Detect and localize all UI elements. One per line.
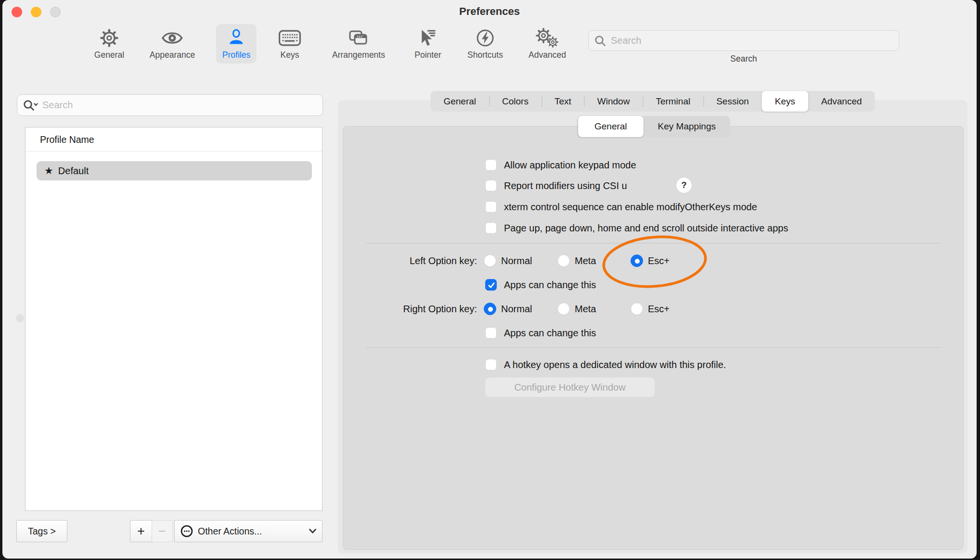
windows-icon	[348, 26, 369, 50]
profile-name: Default	[58, 165, 89, 177]
toolbar-item-shortcuts[interactable]: Shortcuts	[461, 24, 509, 64]
subtab-key-mappings[interactable]: Key Mappings	[644, 116, 730, 137]
radio-right-normal[interactable]	[484, 303, 496, 315]
checkbox-report-csi-u[interactable]	[485, 180, 497, 191]
remove-profile-button[interactable]: −	[152, 520, 173, 542]
radio-label: Normal	[501, 303, 532, 315]
radio-left-esc[interactable]	[631, 255, 643, 267]
other-actions-dropdown[interactable]: Other Actions...	[174, 520, 322, 542]
tab-text[interactable]: Text	[542, 91, 584, 112]
add-profile-button[interactable]: +	[130, 520, 152, 542]
checkbox-label: Allow application keypad mode	[504, 159, 636, 171]
radio-left-meta[interactable]	[557, 255, 570, 267]
lightning-icon	[476, 26, 495, 50]
toolbar-search-caption: Search	[588, 54, 899, 64]
radio-right-meta[interactable]	[557, 303, 570, 315]
profile-list-panel: Profile Name ★ Default	[25, 127, 322, 511]
checkbox-label: Apps can change this	[504, 327, 596, 339]
chevron-down-icon	[309, 529, 316, 534]
keys-general-pane	[343, 126, 964, 550]
toolbar-item-keys[interactable]: Keys	[272, 24, 308, 64]
profile-row-default[interactable]: ★ Default	[37, 161, 312, 180]
profile-search-input[interactable]	[42, 100, 317, 111]
subtab-general[interactable]: General	[578, 116, 644, 137]
toolbar-label: General	[94, 50, 124, 60]
toolbar-label: Appearance	[150, 50, 195, 60]
splitter-handle[interactable]	[16, 314, 24, 322]
checkbox-left-apps-can-change[interactable]	[485, 279, 497, 291]
check-icon	[487, 281, 496, 290]
toolbar-label: Shortcuts	[467, 50, 503, 60]
gear-icon	[100, 26, 119, 50]
toolbar-item-profiles[interactable]: Profiles	[216, 24, 257, 64]
list-header-divider	[26, 151, 322, 152]
search-icon	[594, 35, 606, 47]
section-divider	[366, 347, 940, 348]
star-icon: ★	[44, 165, 53, 177]
preferences-window: Preferences General Appearance	[2, 0, 977, 559]
toolbar-search-input[interactable]	[611, 35, 893, 46]
cursor-icon	[418, 26, 438, 50]
search-with-chevron-icon	[23, 100, 39, 111]
profile-list-header: Profile Name	[40, 134, 94, 145]
configure-hotkey-window-button[interactable]: Configure Hotkey Window	[485, 377, 655, 397]
radio-left-normal[interactable]	[484, 255, 496, 267]
toolbar-label: Keys	[281, 50, 299, 60]
section-divider	[366, 243, 940, 243]
tab-keys[interactable]: Keys	[762, 91, 808, 112]
checkbox-label: Apps can change this	[504, 279, 596, 291]
profile-tab-bar: General Colors Text Window Terminal Sess…	[430, 91, 875, 112]
eye-icon	[161, 26, 183, 50]
toolbar-label: Profiles	[222, 50, 250, 60]
gears-icon	[535, 26, 559, 50]
screenshot-stage: Preferences General Appearance	[0, 0, 980, 560]
keyboard-icon	[279, 26, 301, 50]
checkbox-label: Report modifiers using CSI u	[504, 179, 627, 192]
radio-label: Meta	[575, 303, 596, 315]
checkbox-xterm-modifyotherkeys[interactable]	[485, 201, 497, 213]
radio-label: Esc+	[648, 303, 670, 315]
toolbar-item-arrangements[interactable]: Arrangements	[326, 24, 391, 64]
keys-subtab-bar: General Key Mappings	[578, 116, 730, 137]
checkbox-page-scroll-outside[interactable]	[485, 222, 497, 234]
checkbox-hotkey-window[interactable]	[485, 359, 497, 370]
radio-label: Meta	[575, 255, 596, 267]
toolbar-item-advanced[interactable]: Advanced	[522, 24, 572, 64]
radio-label: Esc+	[648, 255, 670, 267]
checkbox-label: A hotkey opens a dedicated window with t…	[504, 358, 726, 371]
left-option-key-label: Left Option key:	[310, 255, 477, 267]
tags-button[interactable]: Tags >	[16, 520, 67, 542]
tab-terminal[interactable]: Terminal	[643, 91, 703, 112]
tab-colors[interactable]: Colors	[489, 91, 542, 112]
tab-advanced[interactable]: Advanced	[808, 91, 875, 112]
right-option-key-label: Right Option key:	[310, 303, 477, 315]
toolbar-item-pointer[interactable]: Pointer	[408, 24, 447, 64]
checkbox-allow-keypad[interactable]	[485, 159, 497, 171]
radio-right-esc[interactable]	[631, 303, 643, 315]
help-button[interactable]: ?	[676, 178, 692, 193]
toolbar-search-field[interactable]	[588, 30, 899, 51]
checkbox-right-apps-can-change[interactable]	[485, 327, 497, 339]
toolbar-item-appearance[interactable]: Appearance	[143, 24, 201, 64]
radio-label: Normal	[501, 255, 532, 267]
tab-general[interactable]: General	[430, 91, 489, 112]
person-icon	[227, 26, 246, 50]
toolbar-item-general[interactable]: General	[88, 24, 130, 64]
tab-session[interactable]: Session	[703, 91, 762, 112]
toolbar-label: Advanced	[529, 50, 566, 60]
checkbox-label: Page up, page down, home and end scroll …	[504, 222, 788, 234]
toolbar-label: Pointer	[414, 50, 441, 60]
profile-search-field[interactable]	[17, 94, 323, 116]
tab-window[interactable]: Window	[584, 91, 643, 112]
window-title: Preferences	[2, 5, 977, 18]
checkbox-label: xterm control sequence can enable modify…	[504, 201, 757, 213]
other-actions-label: Other Actions...	[198, 526, 309, 537]
toolbar-label: Arrangements	[332, 50, 385, 60]
ellipsis-circle-icon	[181, 525, 193, 537]
